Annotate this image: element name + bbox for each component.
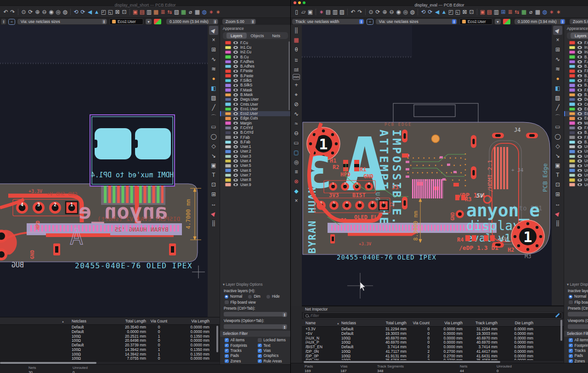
visibility-eye-icon[interactable] xyxy=(233,107,238,111)
layer-color-swatch[interactable] xyxy=(225,169,231,172)
layer-row[interactable]: In1.Cu xyxy=(220,45,290,50)
toolbar-icon[interactable]: ↷ xyxy=(9,7,16,16)
layer-row[interactable]: F.CrtYd xyxy=(564,125,588,130)
net-table-row[interactable]: Default 0.0000 mm 0 0.0000 mm xyxy=(0,329,220,334)
toolbar-icon[interactable] xyxy=(365,9,366,15)
layer-row[interactable]: User.4 xyxy=(220,158,290,163)
layer-color-swatch[interactable] xyxy=(569,136,575,139)
toolbar-icon[interactable] xyxy=(418,9,418,15)
visibility-eye-icon[interactable] xyxy=(577,46,582,49)
visibility-eye-icon[interactable] xyxy=(233,179,238,182)
layer-chevron-button[interactable]: ▼ xyxy=(146,19,152,24)
layer-color-swatch[interactable] xyxy=(225,150,231,153)
layer-row[interactable]: User.3 xyxy=(220,154,290,158)
toolbar-icon[interactable]: ▤ xyxy=(139,7,146,16)
toolbar-icon[interactable]: ↷ xyxy=(356,7,363,16)
viewports-dropdown[interactable]: ▲▼ xyxy=(568,324,588,329)
visibility-eye-icon[interactable] xyxy=(577,112,582,115)
flip-board-checkbox[interactable]: ✓Flip board view xyxy=(564,300,588,305)
toolbar-icon[interactable]: ▧ xyxy=(173,7,180,16)
toolbar-icon[interactable]: ↶ xyxy=(2,7,9,16)
tool-button[interactable]: ◯ xyxy=(209,132,218,141)
layer-row[interactable]: User.8 xyxy=(564,178,588,182)
toolbar-icon[interactable]: ◍ xyxy=(201,7,208,16)
viewports-dropdown[interactable]: ▲▼ xyxy=(224,324,287,329)
checkbox-icon[interactable]: ✓ xyxy=(225,359,229,363)
toolbar-icon[interactable] xyxy=(70,9,71,15)
layer-row[interactable]: F.Cu xyxy=(564,40,588,45)
layer-color-swatch[interactable] xyxy=(225,51,231,54)
layer-row[interactable]: User.1 xyxy=(220,145,290,149)
display-option-button[interactable]: + xyxy=(292,80,301,90)
display-option-button[interactable]: in xyxy=(292,55,301,64)
layer-color-swatch[interactable] xyxy=(569,145,575,149)
visibility-eye-icon[interactable] xyxy=(233,126,238,130)
layer-row[interactable]: Eco1.User xyxy=(564,107,588,111)
toolbar-icon[interactable]: ∗ xyxy=(318,7,325,16)
layer-row[interactable]: User.3 xyxy=(564,154,588,158)
layer-color-swatch[interactable] xyxy=(569,93,575,97)
layer-row[interactable]: B.SilkS xyxy=(564,83,588,88)
toolbar-icon[interactable]: ⊖ xyxy=(41,7,48,16)
layer-row[interactable]: User.6 xyxy=(220,168,290,173)
pcb-canvas[interactable]: HDMI mux'ed to DP1.4 GND SHD V+ +3.3V xyxy=(0,25,208,317)
toolbar-icon[interactable]: ▥ xyxy=(332,7,339,16)
layer-color-swatch[interactable] xyxy=(225,41,231,45)
auto-width-toggle[interactable]: = xyxy=(8,19,15,25)
toolbar-icon[interactable]: ▲ xyxy=(441,7,447,16)
toolbar-icon[interactable]: ▤ xyxy=(486,7,493,16)
layer-row[interactable]: Eco2.User xyxy=(564,111,588,116)
layer-row[interactable]: B.Adhes xyxy=(564,64,588,68)
layer-row[interactable]: In2.Cu xyxy=(220,50,290,55)
layer-color-swatch[interactable] xyxy=(225,60,231,64)
toolbar-icon[interactable]: ◎ xyxy=(402,7,409,16)
visibility-eye-icon[interactable] xyxy=(577,89,582,92)
layer-color-swatch[interactable] xyxy=(225,164,231,168)
net-table-row[interactable]: 100Ω 20.6498 mm 0 0.0000 mm xyxy=(0,338,220,343)
tool-button[interactable]: ⣿ xyxy=(553,219,562,228)
layer-row[interactable]: F.Paste xyxy=(564,69,588,73)
layer-display-header[interactable]: ▾ Layer Display Options xyxy=(220,281,290,288)
toolbar-icon[interactable]: ⊠ xyxy=(461,7,468,16)
toolbar-icon[interactable]: ◉ xyxy=(395,7,402,16)
layer-color-swatch[interactable] xyxy=(569,117,575,120)
tool-button[interactable]: ● xyxy=(209,74,218,83)
filter-checkbox[interactable]: ✓All items xyxy=(564,338,588,343)
layer-color-swatch[interactable] xyxy=(225,107,231,111)
layer-row[interactable]: F.Adhes xyxy=(220,59,290,64)
table-hscrollbar[interactable] xyxy=(0,361,220,364)
toolbar-icon[interactable]: ⇆ xyxy=(514,7,520,16)
radio-option[interactable]: Hide xyxy=(266,294,280,299)
toolbar-icon[interactable]: ⊡ xyxy=(468,7,475,16)
toolbar-icon[interactable]: ◍ xyxy=(62,7,68,16)
net-inspector-row[interactable]: /AUX_P 100Ω 40.6970 mm 0 0.0000 mm 40.69… xyxy=(302,340,564,345)
display-option-button[interactable]: θ xyxy=(292,45,301,54)
zoom-dropdown[interactable]: Zoom 5.00▲▼ xyxy=(570,19,588,24)
radio-icon[interactable] xyxy=(248,295,252,299)
visibility-eye-icon[interactable] xyxy=(577,174,582,177)
layer-color-swatch[interactable] xyxy=(225,93,231,97)
layer-color-swatch[interactable] xyxy=(569,159,575,163)
checkbox-icon[interactable]: ✓ xyxy=(258,349,262,353)
layer-color-swatch[interactable] xyxy=(569,121,575,125)
toolbar-icon[interactable]: ◎ xyxy=(55,7,62,16)
toolbar-icon[interactable]: ⟲ xyxy=(420,7,427,16)
toolbar-icon[interactable]: ∗ xyxy=(548,7,555,16)
toolbar-icon[interactable]: ▦ xyxy=(180,7,187,16)
tool-button[interactable]: ▭ xyxy=(553,122,562,131)
layer-color-swatch[interactable] xyxy=(569,126,575,130)
layer-color-swatch[interactable] xyxy=(225,98,231,102)
display-option-button[interactable]: mm xyxy=(293,74,300,80)
toolbar-icon[interactable]: ⊡ xyxy=(121,7,128,16)
tool-button[interactable]: ⊡ xyxy=(209,180,218,189)
visibility-eye-icon[interactable] xyxy=(577,150,582,153)
layer-color-swatch[interactable] xyxy=(225,159,231,163)
tool-button[interactable]: ≋ xyxy=(553,64,562,73)
appearance-tab[interactable]: Nets xyxy=(268,33,284,39)
close-button[interactable] xyxy=(294,1,296,4)
display-option-button[interactable]: ▭ xyxy=(292,138,301,147)
net-inspector-row[interactable]: +5V Default 19.3003 mm 0 0.0000 mm 19.30… xyxy=(302,331,564,336)
tool-button[interactable]: ▶ xyxy=(553,209,562,218)
tool-button[interactable]: ↘ xyxy=(553,151,562,160)
visibility-eye-icon[interactable] xyxy=(577,131,582,135)
